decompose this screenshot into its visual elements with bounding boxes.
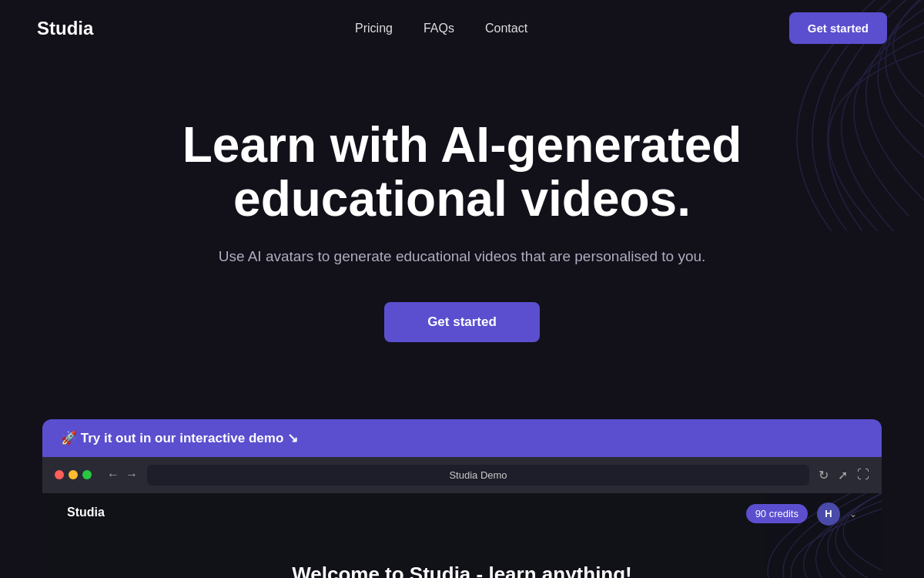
credits-badge: 90 credits (746, 504, 808, 523)
hero-section: Learn with AI-generated educational vide… (0, 56, 924, 388)
browser-address-bar[interactable]: Studia Demo (147, 465, 809, 486)
refresh-icon[interactable]: ↻ (819, 468, 829, 482)
browser-app-title: Studia (67, 506, 105, 519)
browser-nav-arrows: ← → (107, 468, 138, 482)
back-arrow[interactable]: ← (107, 468, 119, 482)
traffic-light-red[interactable] (55, 470, 64, 479)
nav-contact[interactable]: Contact (485, 22, 527, 35)
forward-arrow[interactable]: → (126, 468, 138, 482)
external-link-icon[interactable]: ➚ (838, 468, 848, 482)
browser-welcome-title: Welcome to Studia - learn anything! (42, 563, 882, 578)
nav-cta-button[interactable]: Get started (789, 12, 887, 44)
traffic-lights (55, 470, 92, 479)
demo-container: 🚀 Try it out in our interactive demo ↘ ←… (42, 419, 882, 578)
logo: Studia (37, 18, 93, 39)
hero-subtitle: Use AI avatars to generate educational v… (37, 248, 887, 265)
nav-pricing[interactable]: Pricing (355, 22, 393, 35)
browser-actions: ↻ ➚ ⛶ (819, 468, 869, 482)
browser-chrome: ← → Studia Demo ↻ ➚ ⛶ (42, 457, 882, 493)
traffic-light-yellow[interactable] (69, 470, 78, 479)
navbar: Studia Pricing FAQs Contact Get started (0, 0, 924, 56)
browser-welcome-section: Welcome to Studia - learn anything! Ente… (42, 563, 882, 578)
nav-links: Pricing FAQs Contact (355, 22, 527, 35)
demo-banner: 🚀 Try it out in our interactive demo ↘ (42, 419, 882, 457)
hero-cta-button[interactable]: Get started (384, 302, 540, 342)
expand-icon[interactable]: ⛶ (857, 468, 869, 482)
traffic-light-green[interactable] (82, 470, 92, 479)
browser-content: Studia 90 credits H ⌄ Welcome to Studia … (42, 493, 882, 578)
chevron-down-icon[interactable]: ⌄ (849, 509, 857, 519)
nav-faqs[interactable]: FAQs (424, 22, 454, 35)
browser-app-header-right: 90 credits H ⌄ (746, 502, 857, 526)
user-avatar[interactable]: H (817, 502, 840, 526)
hero-title: Learn with AI-generated educational vide… (38, 118, 886, 227)
browser-app-header-left: Studia (67, 506, 105, 519)
